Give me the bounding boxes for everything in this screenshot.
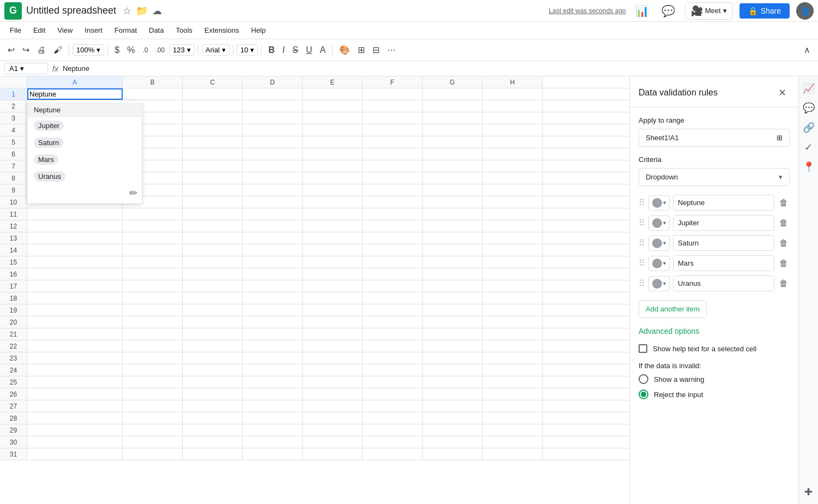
- row-num-11[interactable]: 11: [0, 208, 27, 220]
- row-num-19[interactable]: 19: [0, 304, 27, 316]
- cell-b17[interactable]: [123, 280, 183, 292]
- cell-c10[interactable]: [183, 196, 243, 208]
- menu-insert[interactable]: Insert: [79, 24, 108, 37]
- meet-button[interactable]: 🎥 Meet ▾: [685, 2, 733, 20]
- cell-h3[interactable]: [483, 112, 543, 124]
- row-num-23[interactable]: 23: [0, 352, 27, 364]
- cell-h8[interactable]: [483, 172, 543, 184]
- cell-b11[interactable]: [123, 208, 183, 220]
- cell-d10[interactable]: [243, 196, 303, 208]
- rs-tasks-icon[interactable]: ✓: [801, 140, 816, 155]
- row-num-25[interactable]: 25: [0, 376, 27, 388]
- cell-f17[interactable]: [363, 280, 423, 292]
- cell-a25[interactable]: [27, 376, 123, 388]
- cell-d29[interactable]: [243, 424, 303, 436]
- cell-c14[interactable]: [183, 244, 243, 256]
- cell-a22[interactable]: [27, 340, 123, 352]
- cell-g13[interactable]: [423, 232, 483, 244]
- cell-h7[interactable]: [483, 160, 543, 172]
- menu-view[interactable]: View: [52, 24, 78, 37]
- cell-a27[interactable]: [27, 400, 123, 412]
- cell-f20[interactable]: [363, 316, 423, 328]
- cell-c2[interactable]: [183, 100, 243, 112]
- row-num-28[interactable]: 28: [0, 412, 27, 424]
- cell-d7[interactable]: [243, 160, 303, 172]
- menu-tools[interactable]: Tools: [170, 24, 197, 37]
- val-input-uranus[interactable]: [673, 275, 774, 291]
- cell-e4[interactable]: [303, 124, 363, 136]
- comment-icon-btn[interactable]: 💬: [659, 1, 678, 21]
- rs-trending-icon[interactable]: 📈: [801, 81, 816, 96]
- cell-e3[interactable]: [303, 112, 363, 124]
- cell-b14[interactable]: [123, 244, 183, 256]
- folder-icon[interactable]: 📁: [136, 5, 148, 17]
- cell-f16[interactable]: [363, 268, 423, 280]
- dropdown-option-jupiter[interactable]: Jupiter: [27, 117, 142, 134]
- cell-h27[interactable]: [483, 400, 543, 412]
- cell-b13[interactable]: [123, 232, 183, 244]
- cell-b28[interactable]: [123, 412, 183, 424]
- show-warning-radio[interactable]: [639, 374, 648, 384]
- cell-d19[interactable]: [243, 304, 303, 316]
- cell-e27[interactable]: [303, 400, 363, 412]
- redo-button[interactable]: ↪: [19, 43, 33, 57]
- cell-f26[interactable]: [363, 388, 423, 400]
- cell-g15[interactable]: [423, 256, 483, 268]
- print-button[interactable]: 🖨: [34, 43, 49, 57]
- cell-c24[interactable]: [183, 364, 243, 376]
- rs-comment-icon[interactable]: 💬: [801, 100, 816, 116]
- row-num-26[interactable]: 26: [0, 388, 27, 400]
- cell-c8[interactable]: [183, 172, 243, 184]
- cell-f9[interactable]: [363, 184, 423, 196]
- cell-c4[interactable]: [183, 124, 243, 136]
- row-num-3[interactable]: 3: [0, 112, 27, 124]
- cell-d15[interactable]: [243, 256, 303, 268]
- cell-d21[interactable]: [243, 328, 303, 340]
- color-btn-mars[interactable]: ▾: [648, 256, 670, 271]
- cell-b21[interactable]: [123, 328, 183, 340]
- cell-c27[interactable]: [183, 400, 243, 412]
- cell-c6[interactable]: [183, 148, 243, 160]
- row-num-29[interactable]: 29: [0, 424, 27, 436]
- cell-c28[interactable]: [183, 412, 243, 424]
- color-btn-uranus[interactable]: ▾: [648, 276, 670, 291]
- help-text-checkbox[interactable]: [639, 344, 647, 353]
- cell-e13[interactable]: [303, 232, 363, 244]
- cell-a29[interactable]: [27, 424, 123, 436]
- cell-e23[interactable]: [303, 352, 363, 364]
- row-num-1[interactable]: 1: [0, 88, 27, 100]
- cell-h31[interactable]: [483, 448, 543, 460]
- col-header-f[interactable]: F: [363, 76, 423, 88]
- cell-h2[interactable]: [483, 100, 543, 112]
- cell-e9[interactable]: [303, 184, 363, 196]
- cell-f7[interactable]: [363, 160, 423, 172]
- cell-h15[interactable]: [483, 256, 543, 268]
- cell-g14[interactable]: [423, 244, 483, 256]
- cell-h13[interactable]: [483, 232, 543, 244]
- cell-b24[interactable]: [123, 364, 183, 376]
- cell-e14[interactable]: [303, 244, 363, 256]
- cell-g22[interactable]: [423, 340, 483, 352]
- cell-d13[interactable]: [243, 232, 303, 244]
- cell-c29[interactable]: [183, 424, 243, 436]
- cell-g19[interactable]: [423, 304, 483, 316]
- cell-g8[interactable]: [423, 172, 483, 184]
- cell-f1[interactable]: [363, 88, 423, 100]
- cell-c31[interactable]: [183, 448, 243, 460]
- cell-e29[interactable]: [303, 424, 363, 436]
- cell-g25[interactable]: [423, 376, 483, 388]
- cell-d26[interactable]: [243, 388, 303, 400]
- more-button[interactable]: ⋯: [384, 43, 399, 57]
- col-header-e[interactable]: E: [303, 76, 363, 88]
- cell-h22[interactable]: [483, 340, 543, 352]
- cell-b18[interactable]: [123, 292, 183, 304]
- row-num-2[interactable]: 2: [0, 100, 27, 112]
- cell-b30[interactable]: [123, 436, 183, 448]
- cell-h19[interactable]: [483, 304, 543, 316]
- cell-b29[interactable]: [123, 424, 183, 436]
- cell-a14[interactable]: [27, 244, 123, 256]
- row-num-24[interactable]: 24: [0, 364, 27, 376]
- cell-h4[interactable]: [483, 124, 543, 136]
- font-size-select[interactable]: 10 ▾: [237, 44, 258, 56]
- borders-button[interactable]: ⊞: [354, 43, 368, 57]
